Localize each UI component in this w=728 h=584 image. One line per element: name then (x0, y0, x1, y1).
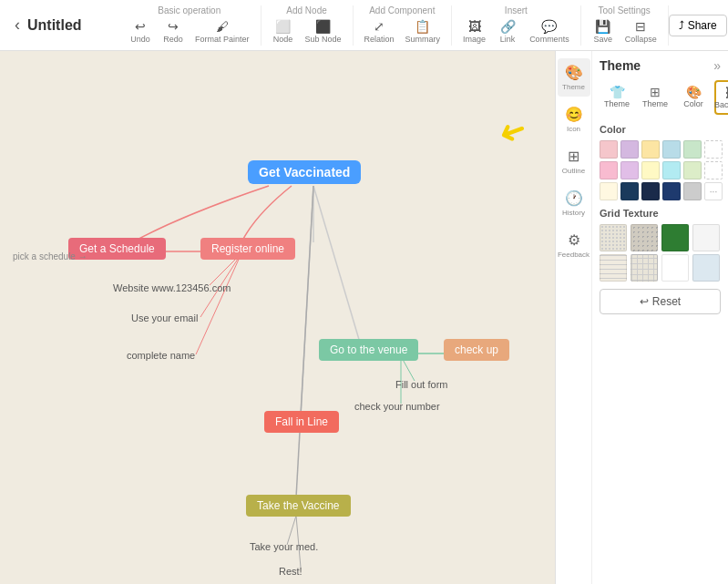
toolbar-group-addcomp: Add Component ⤢ Relation 📋 Summary (354, 5, 453, 46)
color-swatch-more[interactable]: ··· (704, 182, 723, 200)
panel-content: Theme » 👕 Theme ⊞ Theme 🎨 Color 🖼 (592, 51, 728, 584)
texture-swatch-5[interactable] (631, 254, 658, 282)
subnode-button[interactable]: ⬛ Sub Node (302, 17, 345, 46)
node-name: complete name (123, 348, 199, 363)
color-swatch-7[interactable] (620, 161, 639, 179)
collapse-button[interactable]: ⊟ Collapse (621, 17, 661, 46)
texture-swatch-0[interactable] (600, 224, 627, 251)
texture-swatch-6[interactable] (661, 254, 689, 282)
relation-button[interactable]: ⤢ Relation (361, 17, 398, 46)
node-button[interactable]: ⬜ Node (269, 17, 298, 46)
tab-color-label: Color (683, 99, 703, 108)
page-title: Untitled (27, 17, 100, 34)
toolbar-addnode-items: ⬜ Node ⬛ Sub Node (269, 17, 345, 46)
tab-theme[interactable]: 👕 Theme (600, 80, 634, 115)
undo-button[interactable]: ↩ Undo (126, 17, 155, 46)
node-go-venue[interactable]: Go to the venue (319, 339, 418, 361)
comments-button[interactable]: 💬 Comments (526, 17, 573, 46)
pick-schedule-label: pick a schedule → (13, 251, 87, 261)
sidebar-history-label: History (562, 209, 585, 217)
undo-label: Undo (130, 35, 150, 44)
collapse-icon: ⊟ (635, 19, 646, 34)
texture-swatch-1[interactable] (631, 224, 658, 251)
sidebar-item-outline[interactable]: ⊞ Outline (558, 142, 590, 180)
node-get-vaccinated[interactable]: Get Vaccinated (248, 160, 361, 184)
color-swatch-6[interactable] (600, 161, 618, 179)
image-button[interactable]: 🖼 Image (459, 17, 489, 46)
color-swatch-10[interactable] (683, 161, 702, 179)
save-button[interactable]: 💾 Save (589, 17, 618, 46)
node-icon: ⬜ (275, 19, 291, 34)
back-button[interactable]: ‹ (7, 12, 27, 38)
toolbar-group-basic: Basic operation ↩ Undo ↪ Redo 🖌 Format P… (118, 5, 261, 46)
sidebar-item-feedback[interactable]: ⚙ Feedback (558, 226, 590, 264)
sidebar-theme-label: Theme (562, 83, 585, 91)
node-email: Use your email (128, 311, 201, 325)
tab-theme2-icon: ⊞ (650, 85, 661, 99)
color-swatch-8[interactable] (641, 161, 660, 179)
toolbar-group-basic-label: Basic operation (158, 5, 220, 15)
node-website: Website www.123456.com (109, 281, 234, 295)
node-checkup[interactable]: check up (444, 339, 509, 361)
color-swatch-2[interactable] (641, 140, 660, 159)
tab-theme-icon: 👕 (610, 85, 625, 99)
history-clock-icon: 🕐 (565, 190, 583, 207)
reset-button[interactable]: ↩ Reset (600, 289, 721, 314)
texture-swatch-7[interactable] (692, 254, 720, 282)
link-button[interactable]: 🔗 Link (493, 17, 522, 46)
node-register-online[interactable]: Register online (200, 238, 295, 260)
redo-button[interactable]: ↪ Redo (159, 17, 188, 46)
texture-swatch-2[interactable] (661, 224, 689, 251)
color-swatch-0[interactable] (600, 140, 618, 159)
share-button[interactable]: ⤴ Share (669, 15, 727, 36)
node-fall-in-line[interactable]: Fall in Line (264, 411, 339, 433)
subnode-label: Sub Node (305, 35, 342, 44)
toolbar-group-insert: Insert 🖼 Image 🔗 Link 💬 Comments (452, 5, 581, 46)
canvas[interactable]: ➜ Get Vaccinated Get a Schedule Register… (0, 51, 555, 584)
outline-icon: ⊞ (568, 148, 579, 165)
color-swatch-15[interactable] (662, 182, 681, 200)
color-swatch-4[interactable] (683, 140, 702, 159)
summary-button[interactable]: 📋 Summary (402, 17, 445, 46)
color-grid: ··· (600, 140, 721, 200)
tab-backdrop-label: Backdrop (714, 100, 728, 109)
color-swatch-14[interactable] (641, 182, 660, 200)
node-checknumber: check your number (351, 399, 444, 414)
sidebar-icons: 🎨 Theme 😊 Icon ⊞ Outline 🕐 History ⚙ Fee… (556, 51, 592, 584)
right-panel: 🎨 Theme 😊 Icon ⊞ Outline 🕐 History ⚙ Fee… (555, 51, 728, 584)
sidebar-item-history[interactable]: 🕐 History (558, 184, 590, 222)
subnode-icon: ⬛ (315, 19, 331, 34)
main-area: ➜ Get Vaccinated Get a Schedule Register… (0, 51, 728, 584)
tab-theme2[interactable]: ⊞ Theme (638, 80, 672, 115)
sidebar-item-theme[interactable]: 🎨 Theme (558, 58, 590, 97)
panel-collapse-button[interactable]: » (713, 58, 721, 73)
node-take-vaccine[interactable]: Take the Vaccine (246, 495, 351, 517)
tab-theme2-label: Theme (642, 99, 668, 108)
format-painter-label: Format Painter (195, 35, 250, 44)
color-swatch-16[interactable] (683, 182, 702, 200)
tab-backdrop[interactable]: 🖼 Backdrop (714, 80, 728, 115)
color-swatch-11[interactable] (704, 161, 723, 179)
texture-grid (600, 224, 721, 282)
color-swatch-12[interactable] (600, 182, 618, 200)
color-swatch-1[interactable] (620, 140, 639, 159)
texture-swatch-4[interactable] (600, 254, 627, 282)
relation-icon: ⤢ (374, 19, 385, 34)
color-section-title: Color (600, 124, 721, 135)
annotation-arrow: ➜ (494, 109, 533, 155)
toolbar-tools-items: 💾 Save ⊟ Collapse (589, 17, 661, 46)
tab-theme-label: Theme (604, 99, 630, 108)
color-swatch-3[interactable] (662, 140, 681, 159)
texture-swatch-3[interactable] (692, 224, 720, 251)
summary-icon: 📋 (415, 19, 430, 34)
toolbar-basic-items: ↩ Undo ↪ Redo 🖌 Format Painter (126, 17, 253, 46)
sidebar-item-icon[interactable]: 😊 Icon (558, 100, 590, 138)
tab-color[interactable]: 🎨 Color (676, 80, 711, 115)
color-swatch-9[interactable] (662, 161, 681, 179)
color-swatch-13[interactable] (620, 182, 639, 200)
feedback-gear-icon: ⚙ (568, 231, 580, 249)
format-painter-button[interactable]: 🖌 Format Painter (191, 17, 253, 46)
color-swatch-5[interactable] (704, 140, 723, 159)
link-label: Link (500, 35, 516, 44)
toolbar-group-tools: Tool Settings 💾 Save ⊟ Collapse (581, 5, 669, 46)
